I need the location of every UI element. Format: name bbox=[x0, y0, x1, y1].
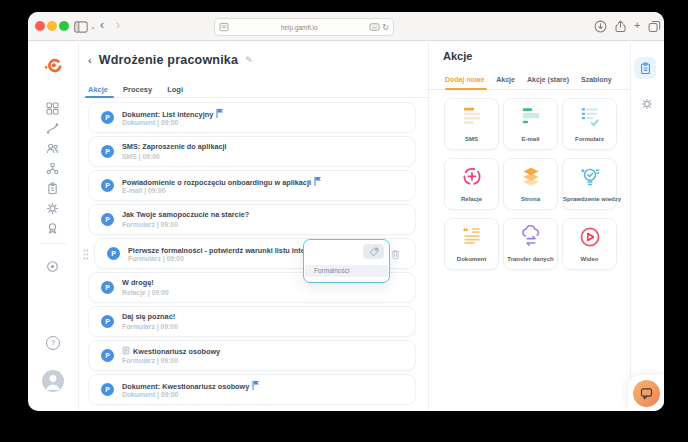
forward-button[interactable]: › bbox=[116, 19, 120, 31]
new-tab-button[interactable]: + bbox=[634, 19, 640, 31]
sidebar-toggle-icon[interactable] bbox=[74, 19, 88, 37]
sidebar-item-tasks-icon[interactable] bbox=[46, 181, 59, 199]
action-type-strona[interactable]: Strona bbox=[503, 158, 558, 210]
board-icon bbox=[639, 62, 652, 75]
action-title: Dokument: List intencyjny bbox=[122, 110, 213, 119]
flag-icon bbox=[216, 108, 224, 120]
avatar: P bbox=[101, 213, 114, 226]
action-card[interactable]: P Daj się poznać! Formularz | 09:00 bbox=[88, 306, 416, 337]
downloads-icon[interactable] bbox=[594, 19, 607, 37]
panel-tab-dodaj-nowe[interactable]: Dodaj nowe bbox=[445, 76, 484, 83]
zoom-window-button[interactable] bbox=[59, 21, 69, 31]
panel-divider bbox=[428, 40, 429, 411]
action-meta: Formularz | 09:00 bbox=[122, 357, 178, 364]
sidebar-item-badges-icon[interactable] bbox=[46, 221, 59, 239]
relations-icon bbox=[460, 164, 484, 194]
avatar: P bbox=[101, 145, 114, 158]
tag-suggestion[interactable]: Formalności bbox=[305, 265, 388, 277]
sidebar-item-support-icon[interactable] bbox=[46, 259, 59, 277]
action-title: Daj się poznać! bbox=[122, 312, 175, 321]
chat-bubble-icon[interactable] bbox=[633, 380, 660, 407]
reload-icon[interactable]: ↻ bbox=[382, 23, 389, 32]
page-title: Wdrożenie pracownika bbox=[99, 53, 238, 67]
sidebar-chevron-icon[interactable]: ⌄ bbox=[90, 21, 96, 33]
board-tool-button[interactable] bbox=[634, 57, 656, 79]
document-mini-icon bbox=[122, 346, 130, 357]
panel-tab-szablony[interactable]: Szablony bbox=[581, 76, 612, 83]
sidebar-item-processes-icon[interactable] bbox=[46, 121, 59, 139]
avatar: P bbox=[107, 247, 120, 260]
drag-handle[interactable] bbox=[83, 246, 89, 264]
panel-tab-akcje-stare[interactable]: Akcje (stare) bbox=[527, 76, 569, 83]
minibar-divider bbox=[630, 40, 631, 411]
sms-icon bbox=[460, 104, 484, 134]
action-meta: E-mail | 09:00 bbox=[122, 187, 165, 194]
edit-title-icon[interactable]: ✎ bbox=[245, 55, 253, 65]
action-type-email[interactable]: E-mail bbox=[503, 98, 558, 150]
action-meta: Relacje | 09:00 bbox=[122, 289, 169, 296]
action-card[interactable]: P Dokument: Kwestionariusz osobowy Dokum… bbox=[88, 374, 416, 405]
share-icon[interactable] bbox=[614, 19, 627, 37]
document-icon: ❝ bbox=[460, 224, 484, 254]
action-card[interactable]: P SMS: Zaproszenie do aplikacji SMS | 09… bbox=[88, 136, 416, 167]
panel-active-tab-underline bbox=[445, 88, 487, 90]
avatar: P bbox=[101, 111, 114, 124]
action-type-sms[interactable]: SMS bbox=[444, 98, 499, 150]
action-type-wideo[interactable]: Wideo bbox=[562, 218, 617, 270]
svg-text:❝: ❝ bbox=[462, 226, 467, 237]
address-bar[interactable]: help.gamfi.io ↻ bbox=[214, 18, 394, 36]
video-play-icon bbox=[578, 224, 602, 254]
close-window-button[interactable] bbox=[35, 21, 45, 31]
site-permissions-icon[interactable] bbox=[369, 22, 380, 32]
tabs-divider bbox=[78, 97, 428, 98]
delete-icon[interactable] bbox=[391, 246, 400, 264]
action-card[interactable]: P Jak Twoje samopoczucie na starcie? For… bbox=[88, 204, 416, 235]
page-layers-icon bbox=[519, 164, 543, 194]
action-type-dokument[interactable]: ❝ Dokument bbox=[444, 218, 499, 270]
email-icon bbox=[519, 104, 543, 134]
action-title: Dokument: Kwestionariusz osobowy bbox=[122, 382, 249, 391]
reader-icon[interactable] bbox=[219, 22, 229, 32]
action-card[interactable]: P Dokument: List intencyjny Dokument | 0… bbox=[88, 102, 416, 133]
sidebar-item-settings-icon[interactable] bbox=[46, 201, 59, 219]
sidebar-item-people-icon[interactable] bbox=[46, 141, 59, 159]
browser-toolbar: ⌄ ‹ › help.gamfi.io ↻ + bbox=[28, 12, 664, 41]
avatar: P bbox=[101, 383, 114, 396]
avatar: P bbox=[101, 349, 114, 362]
tab-procesy[interactable]: Procesy bbox=[123, 85, 152, 94]
help-icon[interactable]: ? bbox=[46, 336, 60, 350]
action-type-formularz[interactable]: Formularz bbox=[562, 98, 617, 150]
action-type-sprawdzenie-wiedzy[interactable]: Sprawdzenie wiedzy bbox=[562, 158, 617, 210]
tab-logi[interactable]: Logi bbox=[167, 85, 183, 94]
sidebar-item-dashboard-icon[interactable] bbox=[46, 101, 59, 119]
chat-widget[interactable] bbox=[628, 375, 664, 411]
flag-icon bbox=[314, 176, 322, 188]
action-title: SMS: Zaproszenie do aplikacji bbox=[122, 142, 227, 151]
action-card[interactable]: P Powiadomienie o rozpoczęciu onboarding… bbox=[88, 170, 416, 201]
gamfi-logo bbox=[44, 56, 63, 78]
minimize-window-button[interactable] bbox=[47, 21, 57, 31]
tab-akcje[interactable]: Akcje bbox=[88, 85, 108, 94]
action-type-relacje[interactable]: Relacje bbox=[444, 158, 499, 210]
panel-title: Akcje bbox=[443, 50, 472, 62]
action-meta: Dokument | 09:00 bbox=[122, 119, 178, 126]
tab-overview-icon[interactable] bbox=[648, 19, 661, 37]
action-meta: Formularz | 09:00 bbox=[122, 221, 178, 228]
sidebar-item-structure-icon[interactable] bbox=[46, 161, 59, 179]
panel-tabs: Dodaj nowe Akcje Akcje (stare) Szablony bbox=[445, 76, 612, 83]
knowledge-bulb-icon bbox=[578, 164, 602, 194]
active-tab-underline bbox=[85, 96, 114, 98]
action-card[interactable]: P Kwestionariusz osobowy Formularz | 09:… bbox=[88, 340, 416, 371]
action-type-transfer-danych[interactable]: Transfer danych bbox=[503, 218, 558, 270]
page-back-icon[interactable]: ‹ bbox=[88, 51, 92, 69]
panel-settings-icon[interactable] bbox=[641, 96, 653, 114]
browser-window: ⌄ ‹ › help.gamfi.io ↻ + bbox=[28, 12, 664, 411]
url-text: help.gamfi.io bbox=[229, 24, 369, 31]
tag-popover: Formalności bbox=[303, 239, 390, 283]
user-avatar[interactable] bbox=[42, 370, 64, 392]
action-meta: Formularz | 09:00 bbox=[128, 255, 184, 262]
back-button[interactable]: ‹ bbox=[100, 19, 104, 31]
panel-tab-akcje[interactable]: Akcje bbox=[496, 76, 515, 83]
tag-button[interactable] bbox=[363, 244, 384, 259]
avatar: P bbox=[101, 315, 114, 328]
